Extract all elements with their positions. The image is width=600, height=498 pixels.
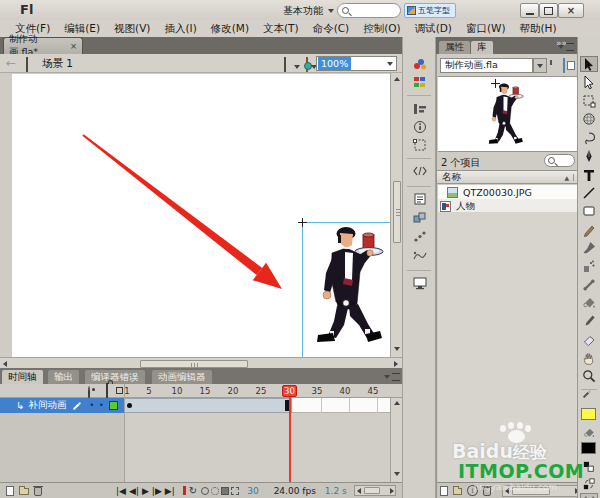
pencil-tool[interactable] <box>580 222 598 238</box>
new-folder-icon[interactable] <box>453 488 463 495</box>
item-properties-icon[interactable]: i <box>467 485 478 496</box>
actions-panel-icon[interactable] <box>411 191 429 206</box>
brush-tool[interactable] <box>580 240 598 256</box>
library-document-select[interactable]: 制作动画.fla <box>440 58 533 73</box>
search-input[interactable] <box>337 3 401 18</box>
layer-outline-color-swatch[interactable] <box>109 401 118 410</box>
maximize-button[interactable] <box>539 3 558 18</box>
selection-tool[interactable] <box>580 56 598 72</box>
library-name-column-header[interactable]: 名称 ▲ <box>437 170 578 184</box>
elapsed-time-value[interactable]: 1.2 s <box>325 486 347 496</box>
stage-horizontal-scrollbar[interactable] <box>0 357 402 368</box>
step-back-button[interactable]: ◀| <box>129 486 139 496</box>
zoom-tool[interactable] <box>580 368 598 384</box>
delete-item-icon[interactable] <box>483 487 491 496</box>
text-tool[interactable] <box>580 167 598 183</box>
document-tab-close-icon[interactable]: × <box>70 41 77 51</box>
motion-presets-panel-icon[interactable] <box>411 229 429 244</box>
timeline-panel-menu-button[interactable] <box>384 373 400 381</box>
goto-first-frame-button[interactable]: |◀ <box>116 486 126 496</box>
menu-modify[interactable]: 修改(M) <box>206 22 254 36</box>
play-button[interactable]: ▶ <box>142 486 149 496</box>
align-panel-icon[interactable] <box>411 101 429 116</box>
ruler-frame-1[interactable]: 1 <box>118 386 136 396</box>
timeline-layer-area-empty[interactable] <box>0 413 124 482</box>
menu-control[interactable]: 控制(O) <box>358 22 405 36</box>
eyedropper-tool[interactable] <box>580 313 598 329</box>
tab-timeline[interactable]: 时间轴 <box>2 370 43 384</box>
layer-row-tween[interactable]: ↳ 补间动画 • • <box>0 398 124 413</box>
scroll-right-icon[interactable] <box>394 361 398 367</box>
playhead-marker[interactable]: 30 <box>282 385 297 397</box>
free-transform-tool[interactable] <box>580 93 598 109</box>
layer-unlocked-dot[interactable]: • <box>99 401 104 410</box>
ime-indicator[interactable]: 五笔字型 <box>404 3 456 18</box>
deco-tool[interactable] <box>580 258 598 274</box>
eraser-tool[interactable] <box>580 332 598 348</box>
scroll-down-icon[interactable] <box>394 347 400 351</box>
hand-tool[interactable] <box>580 350 598 366</box>
menu-help[interactable]: 帮助(H) <box>514 22 561 36</box>
menu-window[interactable]: 窗口(W) <box>461 22 511 36</box>
new-layer-icon[interactable] <box>6 486 14 496</box>
new-library-panel-icon[interactable] <box>563 58 565 73</box>
ruler-frame-45[interactable]: 45 <box>364 386 382 396</box>
library-hscroll-thumb[interactable] <box>512 487 550 495</box>
edit-scene-dropdown-icon[interactable] <box>294 65 300 69</box>
edit-symbols-icon[interactable] <box>306 57 308 72</box>
library-item-row[interactable]: 人物 <box>438 199 577 213</box>
tab-compiler-errors[interactable]: 编译器错误 <box>85 370 145 384</box>
onion-skin-outlines-icon[interactable] <box>211 487 219 495</box>
project-panel-icon[interactable] <box>411 275 429 290</box>
ruler-frame-40[interactable]: 40 <box>336 386 354 396</box>
stage-hscroll-thumb[interactable] <box>140 360 248 368</box>
tab-output[interactable]: 输出 <box>48 370 79 384</box>
edit-scene-icon[interactable] <box>284 57 286 72</box>
loop-icon[interactable]: ↻ <box>189 485 197 496</box>
3d-rotation-tool[interactable] <box>580 111 598 127</box>
menu-text[interactable]: 文本(T) <box>258 22 304 36</box>
current-frame-value[interactable]: 30 <box>247 486 258 496</box>
scroll-left-icon[interactable] <box>3 361 7 367</box>
library-search-input[interactable] <box>544 154 575 167</box>
strings-panel-icon[interactable] <box>411 248 429 263</box>
library-document-dropdown-button[interactable] <box>533 58 547 73</box>
scroll-left-icon[interactable] <box>505 488 509 494</box>
library-list-empty-area[interactable] <box>438 212 577 498</box>
snap-to-objects-magnet-button[interactable] <box>580 493 598 498</box>
frame-rate-value[interactable]: 24.00 fps <box>274 486 316 496</box>
ruler-frame-35[interactable]: 35 <box>308 386 326 396</box>
transform-panel-icon[interactable] <box>411 137 429 152</box>
scroll-up-icon[interactable] <box>394 401 400 405</box>
code-snippets-panel-icon[interactable] <box>411 163 429 178</box>
delete-layer-icon[interactable] <box>34 487 42 496</box>
stage-vertical-scrollbar[interactable] <box>390 73 402 357</box>
library-horizontal-scrollbar[interactable] <box>502 485 578 497</box>
modify-markers-icon[interactable] <box>231 487 239 495</box>
ruler-frame-10[interactable]: 10 <box>168 386 186 396</box>
ruler-frame-25[interactable]: 25 <box>252 386 270 396</box>
timeline-horizontal-scrollbar[interactable] <box>354 485 396 496</box>
library-item-row[interactable]: QTZ00030.JPG <box>438 185 577 199</box>
tab-properties[interactable]: 属性 <box>439 41 470 54</box>
menu-view[interactable]: 视图(V) <box>109 22 155 36</box>
tab-library[interactable]: 库 <box>471 41 493 54</box>
onion-skin-icon[interactable] <box>201 487 209 495</box>
center-frame-icon[interactable] <box>183 486 186 495</box>
playhead-line[interactable] <box>289 397 291 482</box>
stroke-color-swatch[interactable] <box>581 408 596 420</box>
back-arrow-icon[interactable]: ← <box>6 56 16 70</box>
lock-layers-icon[interactable] <box>106 383 108 398</box>
new-symbol-icon[interactable] <box>440 486 448 496</box>
swatches-panel-icon[interactable] <box>411 74 429 89</box>
layer-visible-dot[interactable]: • <box>89 401 94 410</box>
menu-edit[interactable]: 编辑(E) <box>59 22 105 36</box>
pen-tool[interactable] <box>580 148 598 164</box>
tab-motion-editor[interactable]: 动画编辑器 <box>152 370 212 384</box>
scroll-right-icon[interactable] <box>390 488 394 494</box>
menu-debug[interactable]: 调试(D) <box>410 22 457 36</box>
keyframe-dot[interactable] <box>127 403 132 408</box>
layer-name-label[interactable]: 补间动画 <box>28 399 66 412</box>
timeline-vertical-scrollbar[interactable] <box>390 398 402 482</box>
edit-multiple-frames-icon[interactable] <box>221 487 229 495</box>
